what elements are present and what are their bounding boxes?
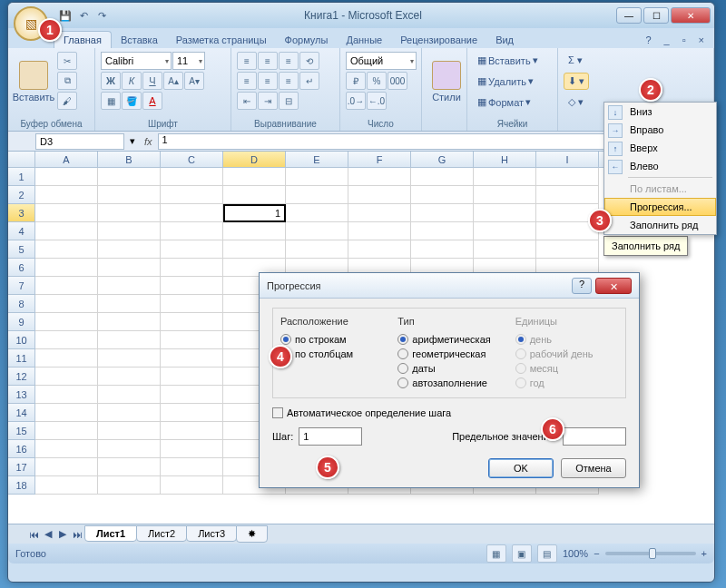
cell[interactable] <box>161 404 223 422</box>
row-header[interactable]: 18 <box>8 476 35 495</box>
cell[interactable] <box>223 240 286 259</box>
cell[interactable] <box>161 476 223 495</box>
tab-data[interactable]: Данные <box>337 32 391 48</box>
underline-button[interactable]: Ч <box>142 72 162 90</box>
ok-button[interactable]: OK <box>488 458 554 478</box>
cell[interactable] <box>474 240 536 259</box>
cell[interactable] <box>35 386 98 404</box>
row-header[interactable]: 9 <box>8 313 35 331</box>
close-button[interactable]: ✕ <box>671 7 711 24</box>
menu-fill-right[interactable]: →Вправо <box>604 121 716 139</box>
dialog-help-button[interactable]: ? <box>572 278 592 294</box>
paste-button[interactable]: Вставить <box>14 52 54 112</box>
cell[interactable] <box>35 168 98 186</box>
cell[interactable] <box>98 240 161 259</box>
align-center-icon[interactable]: ≡ <box>258 72 278 90</box>
cell[interactable] <box>348 222 411 240</box>
help-icon[interactable]: ? <box>641 32 655 48</box>
dialog-titlebar[interactable]: Прогрессия ? ✕ <box>260 273 639 299</box>
row-header[interactable]: 8 <box>8 295 35 313</box>
cell[interactable] <box>286 222 348 240</box>
cell[interactable] <box>98 349 161 368</box>
cell[interactable] <box>161 386 223 404</box>
cell[interactable] <box>474 186 536 204</box>
row-header[interactable]: 5 <box>8 240 35 259</box>
align-middle-icon[interactable]: ≡ <box>258 52 278 70</box>
cell[interactable] <box>98 458 161 476</box>
checkbox-trend[interactable]: Автоматическое определение шага <box>272 406 626 420</box>
number-format-combo[interactable]: Общий <box>346 52 417 70</box>
cell[interactable] <box>98 259 161 277</box>
clear-button[interactable]: ◇ ▾ <box>564 93 588 111</box>
col-header[interactable]: A <box>35 152 98 167</box>
cell[interactable] <box>348 186 411 204</box>
restore-workbook-icon[interactable]: ▫ <box>678 32 691 48</box>
row-header[interactable]: 2 <box>8 186 35 204</box>
new-sheet-button[interactable]: ✸ <box>236 525 268 543</box>
cell[interactable] <box>161 458 223 476</box>
close-workbook-icon[interactable]: × <box>694 32 709 48</box>
font-color-icon[interactable]: A <box>142 92 162 110</box>
cell[interactable] <box>286 204 348 222</box>
radio-date[interactable]: даты <box>397 361 500 376</box>
zoom-slider[interactable] <box>605 552 696 555</box>
view-break-icon[interactable]: ▤ <box>537 544 557 563</box>
cell[interactable] <box>35 368 98 386</box>
italic-button[interactable]: К <box>122 72 142 90</box>
cell[interactable] <box>474 168 536 186</box>
cell[interactable] <box>161 204 223 222</box>
cell[interactable] <box>98 404 161 422</box>
tab-formulas[interactable]: Формулы <box>276 32 338 48</box>
col-header[interactable]: C <box>161 152 223 167</box>
cell[interactable] <box>98 476 161 495</box>
currency-icon[interactable]: ₽ <box>346 72 366 90</box>
cell[interactable] <box>98 386 161 404</box>
align-top-icon[interactable]: ≡ <box>237 52 257 70</box>
percent-icon[interactable]: % <box>367 72 387 90</box>
cell[interactable] <box>348 168 411 186</box>
cell[interactable] <box>98 222 161 240</box>
cancel-button[interactable]: Отмена <box>561 458 626 478</box>
fill-color-icon[interactable]: 🪣 <box>122 92 142 110</box>
cell[interactable] <box>161 349 223 368</box>
tab-nav-prev-icon[interactable]: ◀ <box>41 528 55 540</box>
menu-fill-up[interactable]: ↑Вверх <box>604 139 716 157</box>
cell[interactable] <box>348 240 411 259</box>
cell[interactable] <box>474 204 536 222</box>
autosum-button[interactable]: Σ ▾ <box>564 52 587 69</box>
tab-review[interactable]: Рецензирование <box>391 32 486 48</box>
select-all-corner[interactable] <box>8 152 35 167</box>
cell[interactable] <box>35 240 98 259</box>
cell[interactable]: 1 <box>223 204 286 222</box>
cell[interactable] <box>161 368 223 386</box>
zoom-out-button[interactable]: − <box>594 548 599 559</box>
cell[interactable] <box>35 313 98 331</box>
stop-input[interactable] <box>563 427 626 446</box>
cell[interactable] <box>35 331 98 349</box>
cell[interactable] <box>98 440 161 458</box>
tab-view[interactable]: Вид <box>486 32 523 48</box>
inc-decimal-icon[interactable]: .0→ <box>346 92 366 110</box>
wrap-text-icon[interactable]: ↵ <box>299 72 319 90</box>
dec-decimal-icon[interactable]: ←.0 <box>367 92 387 110</box>
cells-format-button[interactable]: ▦ Формат ▾ <box>473 93 535 111</box>
minimize-button[interactable]: — <box>616 7 642 24</box>
row-header[interactable]: 12 <box>8 368 35 386</box>
cell[interactable] <box>411 168 474 186</box>
col-header[interactable]: B <box>98 152 161 167</box>
orientation-icon[interactable]: ⟲ <box>299 52 319 70</box>
cell[interactable] <box>161 222 223 240</box>
copy-icon[interactable]: ⧉ <box>57 72 77 90</box>
cell[interactable] <box>98 168 161 186</box>
cell[interactable] <box>35 259 98 277</box>
align-left-icon[interactable]: ≡ <box>237 72 257 90</box>
cell[interactable] <box>35 277 98 295</box>
format-painter-icon[interactable]: 🖌 <box>57 92 77 110</box>
font-size-combo[interactable]: 11 <box>172 52 205 70</box>
cell[interactable] <box>161 277 223 295</box>
view-layout-icon[interactable]: ▣ <box>512 544 532 563</box>
row-header[interactable]: 15 <box>8 422 35 440</box>
grow-font-icon[interactable]: A▴ <box>163 72 183 90</box>
cell[interactable] <box>411 240 474 259</box>
radio-rows[interactable]: по строкам <box>280 332 383 347</box>
